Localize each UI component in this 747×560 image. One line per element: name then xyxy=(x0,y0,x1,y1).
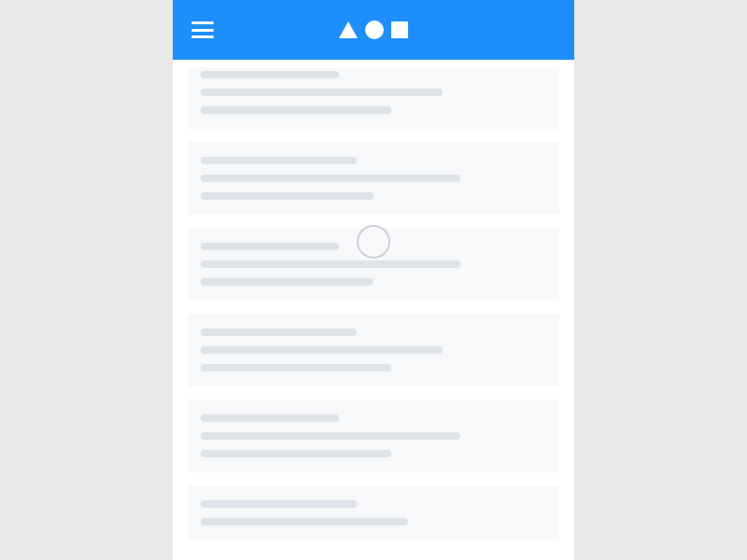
spinner-icon xyxy=(357,225,390,259)
skeleton-line xyxy=(201,346,443,354)
skeleton-line xyxy=(201,432,460,440)
list-item xyxy=(188,314,559,386)
skeleton-line xyxy=(201,364,391,371)
circle-icon xyxy=(365,21,384,39)
skeleton-line xyxy=(201,106,391,114)
skeleton-line xyxy=(201,71,339,78)
loading-spinner xyxy=(355,223,392,260)
skeleton-line xyxy=(201,89,443,96)
skeleton-line xyxy=(201,278,374,286)
list-item xyxy=(188,485,559,540)
skeleton-line xyxy=(201,518,408,525)
skeleton-line xyxy=(201,157,357,164)
app-frame xyxy=(173,0,574,560)
skeleton-line xyxy=(201,414,339,422)
skeleton-line xyxy=(201,500,357,508)
content-area[interactable] xyxy=(173,60,574,560)
skeleton-line xyxy=(201,260,460,268)
skeleton-line xyxy=(201,243,339,250)
app-header xyxy=(173,0,574,60)
list-item xyxy=(188,67,559,129)
list-item xyxy=(188,399,559,472)
skeleton-line xyxy=(201,175,460,182)
menu-icon[interactable] xyxy=(191,21,214,38)
skeleton-line xyxy=(201,329,357,336)
app-logo xyxy=(339,21,408,39)
square-icon xyxy=(391,21,408,38)
list-item xyxy=(188,142,559,215)
triangle-icon xyxy=(339,21,358,38)
skeleton-line xyxy=(201,192,374,200)
skeleton-line xyxy=(201,450,391,457)
